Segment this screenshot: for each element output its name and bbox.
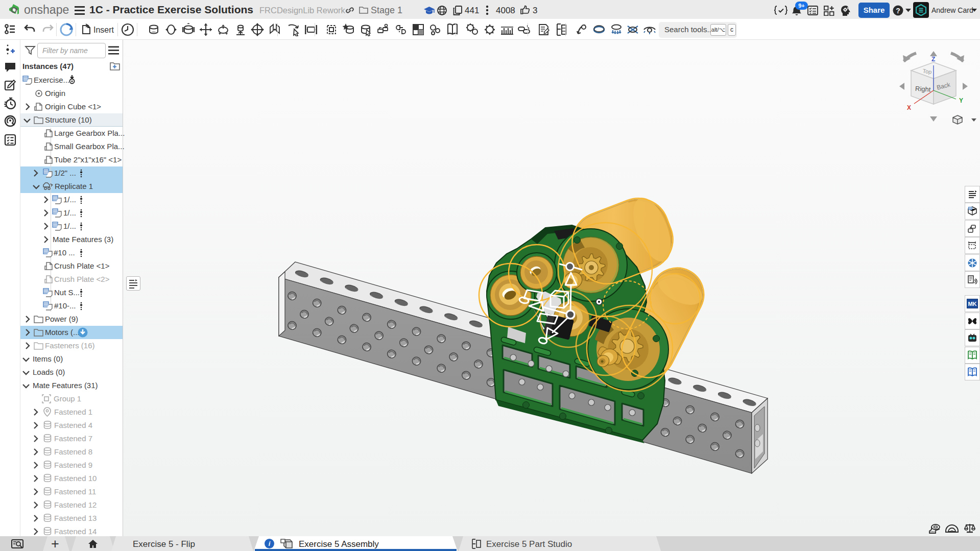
svg-text:X: X <box>907 104 911 111</box>
svg-text:Top: Top <box>922 68 932 75</box>
svg-text:Y: Y <box>959 97 963 104</box>
svg-text:?: ? <box>896 7 900 15</box>
svg-text:Right: Right <box>915 85 931 93</box>
svg-text:Z: Z <box>931 56 935 63</box>
